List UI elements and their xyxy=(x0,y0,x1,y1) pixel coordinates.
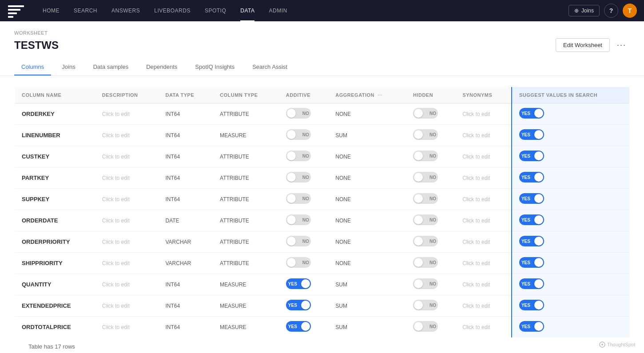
hidden-toggle[interactable]: NO xyxy=(413,278,438,289)
cell-column-name: ORDERKEY xyxy=(15,103,95,125)
cell-suggest-values: YES xyxy=(512,125,630,146)
cell-additive: NO xyxy=(279,189,328,210)
suggest-values-toggle[interactable]: YES xyxy=(519,151,544,161)
cell-synonyms[interactable]: Click to edit xyxy=(455,103,512,125)
tab-search-assist[interactable]: Search Assist xyxy=(245,59,294,75)
additive-toggle[interactable]: YES xyxy=(286,278,311,289)
table-row: SHIPPRIORITYClick to editVARCHARATTRIBUT… xyxy=(15,253,630,274)
suggest-values-toggle[interactable]: YES xyxy=(519,300,544,310)
columns-table: COLUMN NAME DESCRIPTION DATA TYPE COLUMN… xyxy=(14,87,630,338)
edit-worksheet-button[interactable]: Edit Worksheet xyxy=(556,38,610,52)
cell-synonyms[interactable]: Click to edit xyxy=(455,125,512,146)
nav-answers[interactable]: ANSWERS xyxy=(104,0,147,21)
additive-toggle[interactable]: NO xyxy=(286,129,311,140)
additive-toggle[interactable]: NO xyxy=(286,108,311,119)
cell-synonyms[interactable]: Click to edit xyxy=(455,253,512,274)
cell-hidden: NO xyxy=(406,317,455,338)
hidden-toggle[interactable]: NO xyxy=(413,129,438,140)
cell-column-name: PARTKEY xyxy=(15,167,95,189)
svg-rect-0 xyxy=(8,5,24,7)
cell-synonyms[interactable]: Click to edit xyxy=(455,189,512,210)
tab-data-samples[interactable]: Data samples xyxy=(86,59,135,75)
page-title: TESTWS xyxy=(14,39,59,52)
cell-additive: YES xyxy=(279,274,328,295)
hidden-toggle[interactable]: NO xyxy=(413,172,438,182)
hidden-toggle[interactable]: NO xyxy=(413,257,438,268)
additive-toggle[interactable]: YES xyxy=(286,300,311,310)
hidden-toggle[interactable]: NO xyxy=(413,151,438,161)
tab-joins[interactable]: Joins xyxy=(55,59,82,75)
cell-column-type: MEASURE xyxy=(213,295,279,317)
hidden-toggle[interactable]: NO xyxy=(413,108,438,119)
hidden-toggle[interactable]: NO xyxy=(413,193,438,204)
suggest-values-toggle[interactable]: YES xyxy=(519,108,544,119)
cell-column-name: LINENUMBER xyxy=(15,125,95,146)
cell-description[interactable]: Click to edit xyxy=(95,167,159,189)
cell-data-type: INT64 xyxy=(159,295,213,317)
hidden-toggle[interactable]: NO xyxy=(413,300,438,310)
hidden-toggle[interactable]: NO xyxy=(413,321,438,332)
cell-synonyms[interactable]: Click to edit xyxy=(455,295,512,317)
cell-hidden: NO xyxy=(406,295,455,317)
additive-toggle[interactable]: NO xyxy=(286,172,311,182)
cell-synonyms[interactable]: Click to edit xyxy=(455,210,512,231)
cell-synonyms[interactable]: Click to edit xyxy=(455,231,512,253)
suggest-values-toggle[interactable]: YES xyxy=(519,321,544,332)
cell-description[interactable]: Click to edit xyxy=(95,317,159,338)
suggest-values-toggle[interactable]: YES xyxy=(519,129,544,140)
suggest-values-toggle[interactable]: YES xyxy=(519,236,544,246)
suggest-values-toggle[interactable]: YES xyxy=(519,214,544,225)
suggest-values-toggle[interactable]: YES xyxy=(519,193,544,204)
suggest-values-toggle[interactable]: YES xyxy=(519,278,544,289)
cell-description[interactable]: Click to edit xyxy=(95,274,159,295)
suggest-values-toggle[interactable]: YES xyxy=(519,172,544,182)
additive-toggle[interactable]: NO xyxy=(286,193,311,204)
table-container: COLUMN NAME DESCRIPTION DATA TYPE COLUMN… xyxy=(0,76,644,353)
cell-synonyms[interactable]: Click to edit xyxy=(455,317,512,338)
cell-description[interactable]: Click to edit xyxy=(95,146,159,167)
cell-description[interactable]: Click to edit xyxy=(95,210,159,231)
cell-hidden: NO xyxy=(406,125,455,146)
cell-additive: YES xyxy=(279,295,328,317)
cell-description[interactable]: Click to edit xyxy=(95,295,159,317)
table-row: ORDERKEYClick to editINT64ATTRIBUTE NO N… xyxy=(15,103,630,125)
logo[interactable] xyxy=(7,4,25,18)
cell-column-type: MEASURE xyxy=(213,125,279,146)
user-avatar[interactable]: T xyxy=(623,4,637,18)
additive-toggle[interactable]: NO xyxy=(286,257,311,268)
cell-synonyms[interactable]: Click to edit xyxy=(455,146,512,167)
cell-column-type: ATTRIBUTE xyxy=(213,210,279,231)
tab-spotiq-insights[interactable]: SpotIQ Insights xyxy=(188,59,242,75)
more-options-button[interactable]: ··· xyxy=(613,39,630,52)
tab-dependents[interactable]: Dependents xyxy=(139,59,184,75)
additive-toggle[interactable]: YES xyxy=(286,321,311,332)
additive-toggle[interactable]: NO xyxy=(286,151,311,161)
cell-suggest-values: YES xyxy=(512,146,630,167)
cell-description[interactable]: Click to edit xyxy=(95,231,159,253)
cell-data-type: VARCHAR xyxy=(159,253,213,274)
cell-description[interactable]: Click to edit xyxy=(95,253,159,274)
nav-liveboards[interactable]: LIVEBOARDS xyxy=(147,0,198,21)
nav-home[interactable]: HOME xyxy=(36,0,67,21)
cell-description[interactable]: Click to edit xyxy=(95,189,159,210)
suggest-values-toggle[interactable]: YES xyxy=(519,257,544,268)
cell-synonyms[interactable]: Click to edit xyxy=(455,274,512,295)
cell-description[interactable]: Click to edit xyxy=(95,125,159,146)
help-button[interactable]: ? xyxy=(604,4,618,18)
cell-synonyms[interactable]: Click to edit xyxy=(455,167,512,189)
top-navigation: HOME SEARCH ANSWERS LIVEBOARDS SPOTIQ DA… xyxy=(0,0,644,21)
cell-description[interactable]: Click to edit xyxy=(95,103,159,125)
th-aggregation: AGGREGATION ··· xyxy=(328,87,406,103)
nav-data[interactable]: DATA xyxy=(233,0,262,21)
nav-admin[interactable]: ADMIN xyxy=(262,0,294,21)
hidden-toggle[interactable]: NO xyxy=(413,214,438,225)
table-row: CUSTKEYClick to editINT64ATTRIBUTE NO NO… xyxy=(15,146,630,167)
nav-spotiq[interactable]: SPOTIQ xyxy=(198,0,233,21)
cell-suggest-values: YES xyxy=(512,274,630,295)
tab-columns[interactable]: Columns xyxy=(14,59,51,75)
additive-toggle[interactable]: NO xyxy=(286,236,311,246)
additive-toggle[interactable]: NO xyxy=(286,214,311,225)
joins-button[interactable]: ⊕ Joins xyxy=(568,5,600,16)
nav-search[interactable]: SEARCH xyxy=(67,0,104,21)
hidden-toggle[interactable]: NO xyxy=(413,236,438,246)
